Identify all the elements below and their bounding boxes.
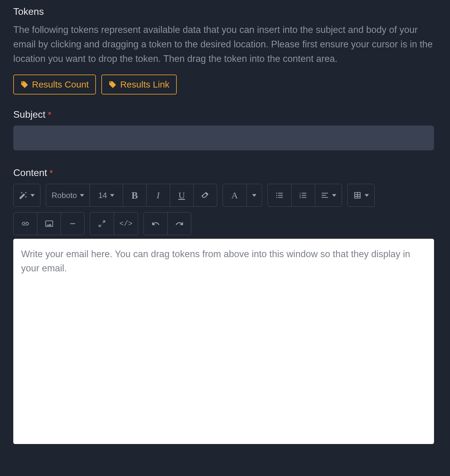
tag-icon <box>109 81 116 88</box>
content-label: Content * <box>13 167 437 178</box>
bullet-list-icon <box>275 191 284 200</box>
bold-icon: B <box>132 190 138 201</box>
caret-down-icon <box>365 194 369 197</box>
picture-button[interactable] <box>37 212 61 235</box>
magic-wand-icon <box>19 191 27 200</box>
undo-button[interactable] <box>144 212 167 235</box>
required-marker: * <box>49 168 53 178</box>
font-family-dropdown[interactable]: Roboto <box>46 184 90 206</box>
font-color-button[interactable]: A <box>223 184 246 206</box>
subject-input[interactable] <box>13 126 434 150</box>
token-label: Results Link <box>120 79 169 90</box>
table-dropdown[interactable] <box>348 184 374 206</box>
unordered-list-button[interactable] <box>268 184 291 206</box>
minus-icon <box>68 219 77 228</box>
tokens-heading: Tokens <box>13 6 437 17</box>
font-color-icon: A <box>231 190 238 200</box>
clear-format-button[interactable] <box>193 184 217 206</box>
code-view-button[interactable]: </> <box>114 212 138 235</box>
image-icon <box>45 219 53 228</box>
link-button[interactable] <box>14 212 37 235</box>
paragraph-align-dropdown[interactable] <box>315 184 342 206</box>
caret-down-icon <box>30 194 35 197</box>
numbered-list-icon <box>299 191 307 200</box>
required-marker: * <box>48 110 52 120</box>
align-icon <box>321 191 329 200</box>
token-results-link[interactable]: Results Link <box>101 75 176 94</box>
caret-down-icon <box>252 194 256 197</box>
table-icon <box>353 191 362 200</box>
italic-button[interactable]: I <box>146 184 170 206</box>
style-button[interactable] <box>14 184 40 206</box>
content-label-text: Content <box>13 167 47 178</box>
underline-icon: U <box>179 190 185 200</box>
eraser-icon <box>201 191 209 200</box>
font-color-dropdown[interactable] <box>246 184 262 206</box>
caret-down-icon <box>80 194 84 197</box>
underline-button[interactable]: U <box>170 184 193 206</box>
redo-icon <box>175 219 184 228</box>
content-editor[interactable]: Write your email here. You can drag toke… <box>13 239 434 444</box>
caret-down-icon <box>332 194 336 197</box>
tokens-description: The following tokens represent available… <box>13 23 436 66</box>
code-icon: </> <box>119 220 132 228</box>
caret-down-icon <box>110 194 114 197</box>
font-family-value: Roboto <box>52 191 77 200</box>
expand-icon <box>98 219 106 228</box>
token-results-count[interactable]: Results Count <box>13 75 96 94</box>
editor-placeholder: Write your email here. You can drag toke… <box>21 249 410 273</box>
italic-icon: I <box>157 190 160 200</box>
tokens-row: Results Count Results Link <box>13 75 437 94</box>
fullscreen-button[interactable] <box>90 212 114 235</box>
font-size-dropdown[interactable]: 14 <box>90 184 123 206</box>
undo-icon <box>151 219 160 228</box>
bold-button[interactable]: B <box>123 184 146 206</box>
link-icon <box>21 219 30 228</box>
subject-label: Subject * <box>13 109 437 120</box>
tag-icon <box>21 81 28 88</box>
subject-label-text: Subject <box>13 109 46 120</box>
ordered-list-button[interactable] <box>291 184 315 206</box>
editor-toolbar: Roboto 14 B I U A <box>13 184 434 235</box>
horizontal-rule-button[interactable] <box>61 212 84 235</box>
token-label: Results Count <box>32 79 89 90</box>
font-size-value: 14 <box>98 191 107 200</box>
redo-button[interactable] <box>167 212 191 235</box>
